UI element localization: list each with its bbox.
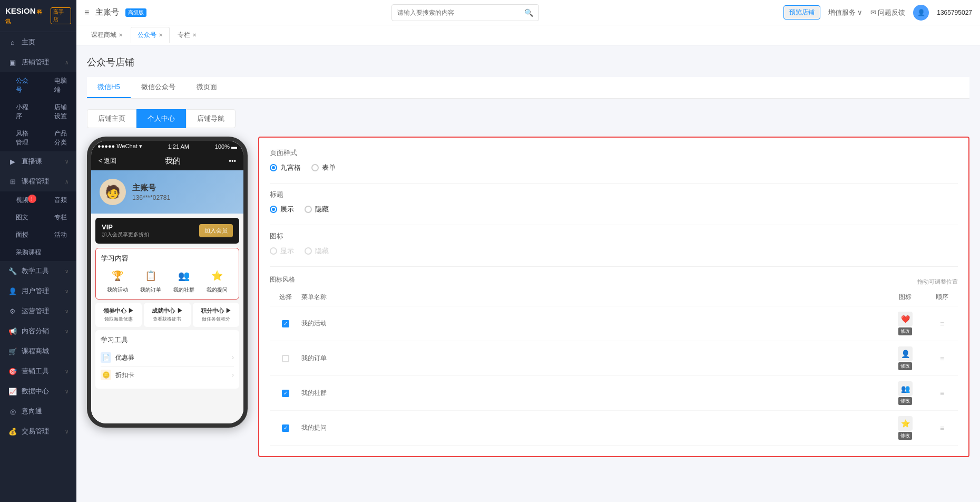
sidebar-item-graphic[interactable]: 图文 (0, 209, 38, 226)
tab-course-mall[interactable]: 课程商城 ✕ (84, 27, 130, 43)
sidebar-item-purchase-course[interactable]: 采购课程 (0, 244, 76, 261)
marketing-icon: 📢 (8, 326, 17, 336)
phone-question-icon[interactable]: ⭐ 我的提问 (200, 267, 233, 294)
modify-button[interactable]: 修改 (898, 327, 912, 335)
icon-thumbnail: ⭐ (898, 416, 913, 431)
vip-info: VIP 加入会员享更多折扣 (102, 223, 149, 238)
tab-close-icon[interactable]: ✕ (159, 32, 163, 38)
sidebar-item-user-manage[interactable]: 👤 用户管理 ∨ (0, 281, 76, 301)
checkbox-checked[interactable] (282, 320, 289, 327)
tab-official-account[interactable]: 公众号 ✕ (131, 27, 170, 43)
icon-show-label: 显示 (280, 246, 294, 256)
store-tab-personal[interactable]: 个人中心 (136, 109, 186, 128)
user-id: 1365795027 (937, 9, 972, 16)
tab-close-icon[interactable]: ✕ (192, 32, 197, 38)
chevron-icon: ∨ (65, 369, 68, 374)
sidebar-item-label: 数据中心 (22, 387, 49, 396)
sub-nav-store: 公众号 小程序 风格管理 电脑端 店铺设置 (0, 72, 76, 151)
sidebar-item-audio[interactable]: 音频 (38, 191, 77, 209)
modify-button[interactable]: 修改 (898, 362, 912, 370)
feedback-button[interactable]: ✉ 问题反馈 (870, 8, 905, 17)
coupon-center[interactable]: 领券中心 ▶ 领取海量优惠 (95, 303, 142, 327)
title-section: 标题 展示 隐藏 (270, 190, 958, 214)
sidebar-item-official-account[interactable]: 公众号 (0, 72, 38, 99)
row-icon-cell: 👤 修改 (884, 346, 926, 370)
sidebar-item-activity[interactable]: 活动 (38, 226, 77, 244)
chevron-icon: ∨ (65, 429, 68, 435)
phone-back-btn[interactable]: < 返回 (99, 157, 116, 166)
vip-join-button[interactable]: 加入会员 (199, 224, 233, 237)
preview-store-button[interactable]: 预览店铺 (783, 5, 820, 20)
sub-tab-wechat-h5[interactable]: 微信H5 (87, 77, 131, 98)
discount-tool[interactable]: 🪙 折扣卡 › (101, 366, 234, 383)
item-label: 图文 (16, 213, 28, 222)
avatar-icon: 👤 (917, 9, 925, 16)
sidebar-item-home[interactable]: ⌂ 主页 (0, 32, 76, 52)
tab-label: 课程商城 (91, 31, 116, 40)
store-tab-nav[interactable]: 店铺导航 (186, 109, 236, 128)
table-row: 我的活动 ❤️ 修改 ≡ (270, 306, 958, 341)
arrow-icon: › (232, 371, 234, 379)
style-jiugongge[interactable]: 九宫格 (270, 163, 301, 172)
sidebar-item-content-marketing[interactable]: 📢 内容分销 ∨ (0, 321, 76, 341)
phone-community-icon[interactable]: 👥 我的社群 (168, 267, 201, 294)
item-label: 风格管理 (16, 129, 31, 147)
store-tab-home[interactable]: 店铺主页 (87, 109, 136, 128)
phone-more-icon[interactable]: ••• (229, 157, 236, 165)
phone-activity-icon[interactable]: 🏆 我的活动 (101, 267, 134, 294)
sidebar-item-live[interactable]: ▶ 直播课 ∨ (0, 151, 76, 171)
sidebar-item-trade-manage[interactable]: 💰 交易管理 ∨ (0, 421, 76, 441)
tab-column[interactable]: 专栏 ✕ (171, 27, 203, 43)
modify-button[interactable]: 修改 (898, 432, 912, 440)
title-show[interactable]: 展示 (270, 205, 294, 214)
drag-handle-icon[interactable]: ≡ (940, 354, 944, 363)
sidebar-item-data-center[interactable]: 📈 数据中心 ∨ (0, 381, 76, 401)
icon-radio-group: 显示 隐藏 (270, 246, 958, 256)
phone-order-icon[interactable]: 📋 我的订单 (134, 267, 168, 294)
checkbox-checked[interactable] (282, 424, 289, 432)
achievement-center[interactable]: 成就中心 ▶ 查看获得证书 (144, 303, 190, 327)
discount-tool-label: 折扣卡 (115, 371, 134, 380)
drag-tip: 拖动可调整位置 (917, 278, 958, 286)
sidebar-item-marketing-tools[interactable]: 🎯 营销工具 ∨ (0, 361, 76, 381)
title-hide[interactable]: 隐藏 (305, 205, 329, 214)
sidebar-item-teaching-tools[interactable]: 🔧 教学工具 ∨ (0, 261, 76, 281)
sidebar-item-store-settings[interactable]: 店铺设置 (38, 99, 77, 125)
sidebar-item-column[interactable]: 专栏 (38, 209, 77, 226)
sub-tab-micro-page[interactable]: 微页面 (186, 77, 228, 98)
points-center[interactable]: 积分中心 ▶ 做任务领积分 (193, 303, 239, 327)
style-form[interactable]: 表单 (311, 163, 336, 172)
sidebar-item-label: 课程商城 (22, 346, 49, 356)
sidebar-item-yixiantong[interactable]: ◎ 意向通 (0, 401, 76, 421)
tab-close-icon[interactable]: ✕ (119, 32, 123, 38)
live-icon: ▶ (8, 157, 17, 166)
sidebar-item-course-manage[interactable]: ⊞ 课程管理 ∧ (0, 171, 76, 191)
sidebar-item-style-manage[interactable]: 风格管理 (0, 125, 38, 151)
drag-handle-icon[interactable]: ≡ (940, 424, 944, 432)
sidebar-item-operations[interactable]: ⚙ 运营管理 ∨ (0, 301, 76, 321)
sidebar-item-miniapp[interactable]: 小程序 (0, 99, 38, 125)
modify-button[interactable]: 修改 (898, 397, 912, 405)
phone-status-bar: ●●●●● WeChat ▾ 1:21 AM 100% ▬ (91, 141, 243, 152)
sub-tab-wechat-official[interactable]: 微信公众号 (131, 77, 186, 98)
coupon-tool[interactable]: 📄 优惠券 › (101, 349, 234, 366)
user-avatar[interactable]: 👤 (913, 5, 929, 21)
sidebar-item-product-category[interactable]: 产品分类 (38, 125, 77, 151)
sidebar-item-store-manage[interactable]: ▣ 店铺管理 ∧ (0, 52, 76, 72)
drag-handle-icon[interactable]: ≡ (940, 389, 944, 398)
sidebar-item-course-mall[interactable]: 🛒 课程商城 (0, 341, 76, 361)
sub-nav-course: 视频 ! 图文 面授 音频 专栏 (0, 191, 76, 261)
divider (270, 225, 958, 225)
settings-panel: 页面样式 九宫格 表单 标题 (258, 137, 969, 457)
radio-unchecked-icon (305, 206, 312, 213)
search-input[interactable] (397, 9, 521, 16)
sidebar-item-face[interactable]: 面授 (0, 226, 38, 244)
chevron-icon: ∨ (65, 288, 68, 294)
checkbox-checked[interactable] (282, 390, 289, 397)
sidebar-item-computer[interactable]: 电脑端 (38, 72, 77, 99)
page-style-label: 页面样式 (270, 148, 958, 158)
sidebar-item-video[interactable]: 视频 ! (0, 191, 38, 209)
drag-handle-icon[interactable]: ≡ (940, 320, 944, 328)
value-services-dropdown[interactable]: 增值服务 ∨ (828, 8, 863, 17)
menu-toggle-icon[interactable]: ≡ (84, 8, 89, 17)
